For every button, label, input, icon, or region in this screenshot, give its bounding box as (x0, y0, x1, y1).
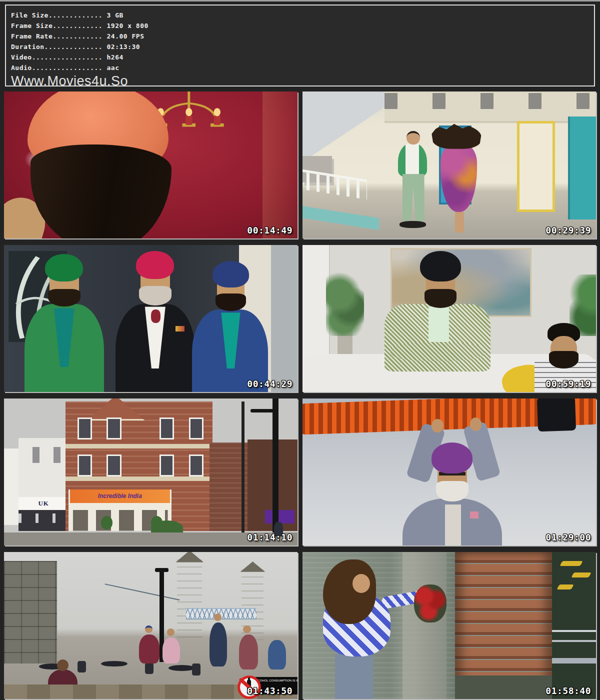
man2-cravat (151, 310, 161, 322)
ceiling-light-reflection (560, 561, 583, 566)
hand-rail (552, 630, 596, 632)
screenshot-thumb-6: 01:29:00 (302, 398, 596, 546)
mint-shirt (428, 306, 449, 344)
man2-grey-beard (139, 286, 172, 305)
cafe-table (101, 661, 128, 667)
seated-woman-head (167, 628, 174, 636)
screenshot-thumb-2: 00:29:39 (302, 92, 596, 238)
man-pants (402, 174, 424, 221)
screenshot-grid: 00:14:49 00:29:39 (0, 92, 600, 699)
woman-print-top (239, 634, 258, 670)
info-line-file-size: File Size............. 3 GB (11, 10, 594, 20)
seated-man-head (145, 626, 152, 633)
stone-wall (4, 561, 57, 664)
man1-green-turban (45, 254, 83, 282)
info-line-duration: Duration.............. 02:13:30 (11, 42, 594, 52)
bridge-cable (104, 584, 180, 601)
screenshot-sheet: File Size............. 3 GB Frame Size..… (0, 0, 600, 700)
timestamp-overlay-8: 01:58:40 (546, 686, 591, 696)
purple-shop-sign (265, 510, 294, 523)
lamp-arm (250, 409, 277, 412)
man3-navy-turban (212, 261, 249, 288)
timestamp-overlay-3: 00:44:29 (247, 378, 292, 389)
timestamp-overlay-5: 01:14:10 (247, 532, 292, 542)
cafe-chair (192, 664, 201, 676)
hand-rail (552, 640, 596, 642)
person-blue (268, 640, 286, 670)
woman-leg (455, 212, 464, 232)
uk-shop-sign: UK (18, 497, 68, 510)
man-head (406, 131, 420, 144)
info-line-video: Video................. h264 (11, 52, 594, 62)
tower-roof (240, 562, 266, 572)
pink-pocket-square (470, 512, 479, 518)
screenshot-thumb-1: 00:14:49 (4, 92, 298, 238)
woman-flying-hair (432, 124, 482, 149)
timestamp-overlay-2: 00:29:39 (546, 225, 591, 236)
screenshot-thumb-3: 00:44:29 (4, 245, 298, 392)
timestamp-overlay-1: 00:14:49 (247, 225, 292, 236)
screenshot-thumb-4: 00:59:19 (302, 245, 596, 392)
woman-head (243, 626, 250, 633)
site-watermark: Www.Movies4u.So (11, 74, 594, 86)
left-hand (432, 419, 443, 432)
timestamp-overlay-6: 01:29:00 (546, 532, 591, 542)
foreground-man-head (57, 660, 68, 672)
stone-band (66, 476, 212, 481)
window (78, 454, 92, 476)
screenshot-thumb-7: ALCOHOL CONSUMPTION IS INJURIOUS TO HEAL… (4, 552, 298, 699)
window (106, 418, 121, 440)
ceiling-light-reflection (571, 572, 592, 578)
timestamp-overlay-4: 00:59:19 (546, 378, 591, 389)
page-top-border (0, 0, 600, 2)
bridge-tower (177, 560, 202, 642)
blazer-arm (390, 342, 484, 361)
seated-man-maroon (139, 634, 160, 664)
right-hand (470, 418, 482, 430)
red-flowers (414, 584, 446, 622)
tower-roof (176, 552, 204, 562)
info-line-frame-size: Frame Size............ 1920 x 800 (11, 20, 594, 31)
shirt (445, 504, 461, 546)
cafe-chair (145, 662, 154, 674)
window-sill (552, 658, 596, 664)
cafe-chair (78, 661, 86, 673)
screenshot-thumb-5: UK Incredible India (4, 398, 298, 546)
cafe-table (168, 665, 195, 671)
woman-dress (440, 143, 477, 212)
topiary-bush (101, 516, 112, 529)
standing-man-head (214, 614, 222, 621)
ceiling-light-reflection (556, 584, 574, 590)
brick-base (455, 676, 552, 699)
window (189, 454, 204, 476)
upper-storey (384, 92, 596, 123)
info-line-frame-rate: Frame Rate............ 24.00 FPS (11, 31, 594, 42)
woman-face (352, 574, 370, 593)
second-man-beard (549, 351, 578, 368)
window (160, 418, 174, 440)
purple-turban (432, 442, 472, 474)
street-lamp-post (272, 398, 278, 534)
window (160, 454, 174, 476)
woman-jeans (335, 652, 373, 699)
media-info-panel: File Size............. 3 GB Frame Size..… (5, 4, 595, 86)
thin-pole (242, 402, 244, 534)
pipe-coupling (536, 398, 576, 432)
man2-pocket-square (176, 326, 184, 332)
window (189, 418, 204, 440)
beard-shape (30, 144, 172, 238)
path-edge (302, 206, 379, 230)
man-tracksuit (398, 143, 428, 177)
wall-panel (262, 92, 298, 238)
blurred-stone-building (402, 552, 446, 699)
incredible-india-banner: Incredible India (70, 490, 170, 502)
stone-band (66, 444, 212, 448)
window (106, 454, 121, 476)
teal-door (568, 116, 596, 220)
timestamp-overlay-7: 01:43:50 (247, 686, 292, 696)
man-shoe (400, 221, 426, 228)
cream-door-yellow-trim (517, 121, 555, 212)
black-turban (420, 251, 461, 282)
shop-window (18, 510, 68, 530)
window (78, 418, 92, 440)
